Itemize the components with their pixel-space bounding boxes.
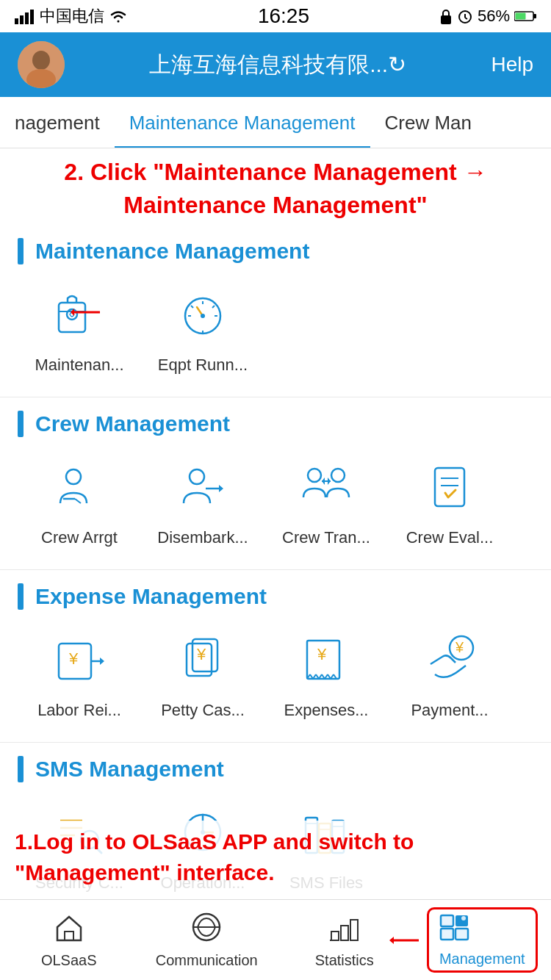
section-expense: Expense Management ¥ Labor Rei...: [0, 573, 551, 739]
expense-item-3[interactable]: ¥ Payment...: [388, 624, 511, 720]
section-bar-expense: [18, 583, 24, 610]
svg-line-24: [212, 306, 215, 308]
crew-icon-grid: Crew Arrgt Disembark...: [18, 444, 533, 566]
section-crew: Crew Management Crew Arrgt: [0, 400, 551, 566]
instruction-1: 2. Click "Maintenance Management →Mainte…: [0, 148, 551, 228]
svg-rect-89: [441, 915, 453, 926]
instruction-2-overlay: 1.Log in to OLSaaS APP and switch to"Man…: [0, 821, 551, 896]
tab-management-bottom-label: Management: [439, 951, 525, 968]
expense-label-2: Expenses...: [284, 701, 369, 720]
battery-label: 56%: [478, 7, 510, 26]
section-maintenance: Maintenance Management: [0, 228, 551, 394]
tab-strip: nagement Maintenance Management Crew Man: [0, 97, 551, 148]
expense-label-0: Labor Rei...: [37, 701, 121, 720]
crew-item-1[interactable]: Disembark...: [141, 452, 264, 547]
crew-icon-2: [291, 452, 361, 522]
main-content: 2. Click "Maintenance Management →Mainte…: [0, 148, 551, 899]
maintenance-label-1: Eqpt Runn...: [158, 356, 248, 375]
avatar[interactable]: [18, 41, 65, 88]
expense-item-2[interactable]: ¥ Expenses...: [264, 624, 388, 720]
svg-marker-33: [219, 485, 223, 492]
section-bar: [18, 238, 24, 264]
tab-management[interactable]: nagement: [0, 97, 115, 148]
crew-label-3: Crew Eval...: [406, 528, 494, 547]
expense-item-0[interactable]: ¥ Labor Rei...: [18, 624, 141, 720]
svg-point-12: [32, 51, 50, 70]
svg-rect-10: [516, 13, 526, 20]
svg-marker-18: [71, 309, 74, 316]
svg-text:¥: ¥: [68, 649, 79, 668]
expense-icon-0: ¥: [44, 624, 115, 695]
statistics-icon: [328, 911, 361, 948]
tab-crew[interactable]: Crew Man: [370, 97, 486, 148]
svg-text:¥: ¥: [317, 645, 327, 663]
crew-item-3[interactable]: Crew Eval...: [388, 452, 511, 547]
svg-point-31: [190, 469, 204, 484]
svg-text:¥: ¥: [196, 645, 206, 663]
maintenance-icon-1: [168, 279, 238, 350]
maintenance-item-1[interactable]: Eqpt Runn...: [141, 279, 264, 375]
tab-olsaas-label: OLSaaS: [41, 952, 97, 969]
tab-statistics-label: Statistics: [315, 952, 374, 969]
svg-point-91: [461, 916, 466, 920]
svg-rect-93: [455, 929, 468, 940]
svg-rect-9: [533, 14, 536, 18]
svg-line-30: [75, 499, 81, 503]
section-title-maintenance: Maintenance Management: [35, 239, 309, 264]
divider-2: [0, 569, 551, 570]
svg-line-7: [465, 18, 467, 19]
signal-icon: [15, 8, 35, 24]
top-nav-bar: 上海互海信息科技有限...↻ Help: [0, 32, 551, 97]
crew-icon-3: [414, 452, 485, 522]
crew-icon-1: [168, 452, 238, 522]
wifi-icon: [109, 8, 128, 24]
maintenance-icon-grid: Maintenan...: [18, 272, 533, 394]
svg-marker-45: [100, 657, 104, 665]
svg-marker-38: [322, 478, 325, 485]
crew-item-0[interactable]: Crew Arrgt: [18, 452, 141, 547]
expense-item-1[interactable]: ¥ Petty Cas...: [141, 624, 264, 720]
svg-text:¥: ¥: [455, 639, 464, 655]
tab-communication[interactable]: Communication: [138, 900, 276, 980]
crew-icon-0: [44, 452, 115, 522]
tab-maintenance[interactable]: Maintenance Management: [115, 97, 370, 148]
carrier-label: 中国电信: [40, 5, 104, 27]
divider-3: [0, 742, 551, 743]
management-icon: [439, 914, 525, 946]
maintenance-item-0[interactable]: Maintenan...: [18, 279, 141, 375]
tab-olsaas[interactable]: OLSaaS: [0, 900, 138, 980]
svg-marker-37: [328, 478, 331, 485]
lock-icon: [439, 8, 453, 24]
expense-icon-grid: ¥ Labor Rei... ¥ Petty Cas...: [18, 617, 533, 739]
status-right: 56%: [439, 7, 536, 26]
alarm-icon: [457, 8, 473, 24]
svg-rect-85: [350, 920, 358, 940]
help-button[interactable]: Help: [491, 53, 533, 76]
svg-line-23: [191, 306, 193, 308]
section-header-maintenance: Maintenance Management: [18, 228, 533, 272]
section-bar-sms: [18, 756, 24, 782]
expense-label-3: Payment...: [411, 701, 488, 720]
expense-icon-2: ¥: [291, 624, 361, 695]
svg-marker-88: [389, 937, 394, 944]
tab-management-bottom[interactable]: Management: [414, 900, 552, 980]
section-bar-crew: [18, 411, 24, 437]
svg-rect-83: [331, 932, 339, 940]
svg-rect-1: [20, 15, 24, 24]
svg-point-34: [308, 469, 321, 482]
svg-rect-84: [341, 926, 348, 940]
svg-rect-92: [441, 929, 453, 940]
svg-point-28: [66, 469, 81, 484]
section-header-crew: Crew Management: [18, 400, 533, 444]
divider-1: [0, 397, 551, 397]
svg-rect-80: [65, 932, 73, 940]
bottom-tab-bar: OLSaaS Communication Statistics: [0, 899, 551, 980]
crew-label-0: Crew Arrgt: [41, 528, 118, 547]
expense-icon-1: ¥: [168, 624, 238, 695]
home-icon: [53, 911, 85, 948]
svg-rect-90: [455, 915, 468, 926]
crew-item-2[interactable]: Crew Tran...: [264, 452, 388, 547]
management-arrow: [389, 933, 422, 948]
expense-label-1: Petty Cas...: [161, 701, 245, 720]
svg-rect-4: [441, 15, 451, 24]
